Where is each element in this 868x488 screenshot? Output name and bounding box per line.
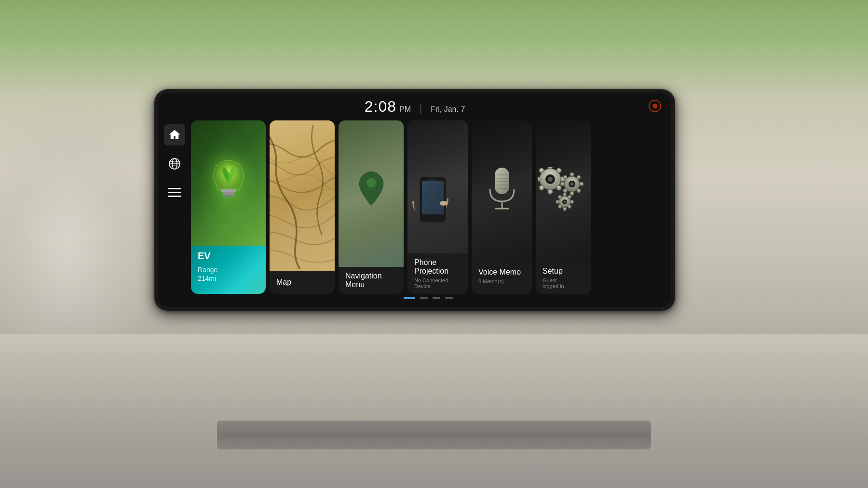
phone-subtitle: No Connected Device. [414,277,461,289]
svg-rect-15 [428,179,435,180]
sidebar [158,120,191,301]
hand-phone-svg [407,167,458,242]
svg-point-28 [548,189,553,194]
setup-title: Setup [542,267,563,275]
svg-point-44 [563,189,567,193]
map-lines [270,120,335,271]
svg-rect-18 [495,168,509,194]
svg-rect-5 [168,188,181,189]
date-value: Fri, Jan. 7 [431,105,465,114]
ev-range: Range 214mi [198,265,259,283]
screen-bezel: 2:08 PM | Fri, Jan. 7 ⊗ [154,89,675,311]
mic-svg [485,165,519,218]
card-navigation-label: NavigationMenu [339,267,404,294]
map-pin-icon [357,170,386,210]
card-setup[interactable]: Setup Guestlogged in [536,120,591,294]
svg-point-54 [568,196,571,199]
svg-point-31 [539,168,544,173]
svg-rect-9 [221,189,236,192]
card-ev[interactable]: EV Range 214mi [191,120,266,294]
svg-point-43 [577,175,581,179]
svg-rect-6 [168,192,181,193]
card-voice[interactable]: Voice Memo 0 Memo(s) [472,120,532,294]
microphone-icon [472,120,532,263]
pagination-dot-4[interactable] [445,297,453,299]
setup-subtitle: Guestlogged in [542,277,584,289]
svg-point-17 [440,201,448,206]
navigation-title: NavigationMenu [345,272,382,289]
card-map-label: Map [270,271,335,294]
svg-rect-10 [223,192,234,195]
svg-point-38 [570,172,574,176]
card-phone[interactable]: PhoneProjection No Connected Device. [407,120,468,294]
lightbulb-icon [207,157,250,210]
cards-row: EV Range 214mi [191,120,665,294]
svg-point-49 [563,193,567,197]
main-content: EV Range 214mi [158,120,671,307]
phone-title: PhoneProjection [414,258,448,275]
pagination-dot-3[interactable] [433,297,440,299]
card-navigation-image [339,120,404,267]
svg-point-40 [560,182,564,186]
cards-area: EV Range 214mi [191,120,665,301]
infotainment-screen: 2:08 PM | Fri, Jan. 7 ⊗ [158,93,671,307]
header-bar: 2:08 PM | Fri, Jan. 7 ⊗ [158,93,671,120]
sidebar-item-globe[interactable] [164,153,185,174]
svg-point-32 [556,168,561,173]
svg-rect-11 [224,195,233,197]
pagination-dot-1[interactable] [404,297,415,299]
ev-range-label-text: Range [198,266,217,274]
dashboard-surface [0,334,868,488]
gears-container [536,120,591,262]
card-map[interactable]: Map [270,120,335,294]
time-value: 2:08 [365,98,396,116]
svg-point-56 [568,205,571,209]
time-separator: | [420,103,422,114]
ev-range-value: 214mi [198,275,216,282]
map-title: Map [276,278,291,287]
large-gear [538,167,565,194]
small-gear [556,193,574,211]
bulb-container [191,120,266,246]
card-ev-label: EV Range 214mi [191,246,266,294]
svg-point-55 [558,205,562,209]
voice-title: Voice Memo [478,268,521,276]
card-voice-image [472,120,532,263]
sidebar-item-home[interactable] [164,124,185,145]
svg-point-42 [563,175,567,179]
gears-svg [538,167,589,215]
svg-point-12 [366,178,376,188]
svg-point-45 [577,189,581,193]
hamburger-menu-icon [168,188,181,198]
voice-subtitle: 0 Memo(s) [478,278,525,284]
wifi-off-icon: ⊗ [648,99,662,113]
sidebar-item-menu[interactable] [164,182,185,203]
svg-text:⊗: ⊗ [652,102,658,110]
globe-icon [168,157,181,171]
pagination-dot-2[interactable] [420,297,428,299]
card-phone-image [407,120,468,253]
card-map-image [270,120,335,271]
dashboard-vent [217,421,651,449]
pagination [191,294,665,301]
svg-point-39 [570,192,574,196]
card-navigation[interactable]: NavigationMenu [339,120,404,294]
svg-point-52 [570,200,574,204]
svg-rect-16 [422,181,444,214]
card-phone-label: PhoneProjection No Connected Device. [407,253,468,294]
card-setup-label: Setup Guestlogged in [536,262,591,294]
card-voice-label: Voice Memo 0 Memo(s) [472,263,532,294]
connectivity-icon: ⊗ [648,99,662,115]
svg-point-50 [563,208,567,211]
home-icon [168,128,181,142]
svg-point-58 [564,201,566,203]
time-ampm: PM [399,105,411,114]
hand-phone-icon [407,167,458,244]
pin-svg [357,170,386,208]
card-ev-image [191,120,266,246]
medium-gear [560,172,583,196]
svg-point-36 [548,177,553,182]
card-setup-image [536,120,591,262]
svg-point-51 [556,200,559,204]
svg-point-47 [570,183,574,186]
